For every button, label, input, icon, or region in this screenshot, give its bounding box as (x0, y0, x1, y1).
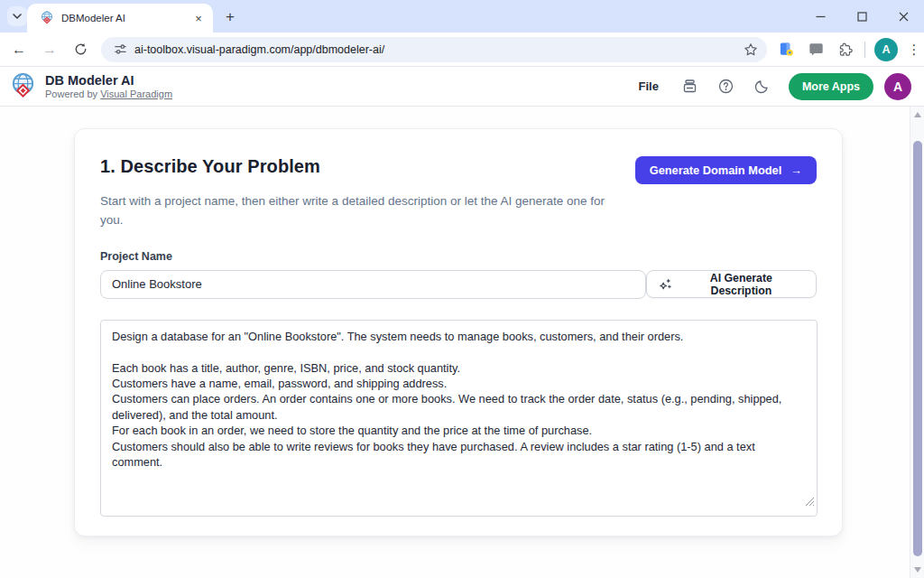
ai-generate-description-button[interactable]: AI Generate Description (646, 270, 817, 298)
page-scrollbar[interactable] (910, 107, 924, 578)
browser-tab[interactable]: DBModeler AI × (27, 4, 213, 33)
page-content: 1. Describe Your Problem Generate Domain… (0, 107, 924, 578)
side-panel-glyph (808, 42, 824, 57)
bookmark-star-icon[interactable] (744, 42, 758, 57)
app-header: DB Modeler AI Powered by Visual Paradigm… (0, 67, 924, 107)
card-header-row: 1. Describe Your Problem Generate Domain… (100, 156, 817, 184)
minimize-icon (816, 12, 826, 22)
section-title: 1. Describe Your Problem (100, 156, 320, 177)
close-window-button[interactable] (882, 0, 924, 33)
maximize-icon (857, 12, 867, 22)
project-name-row: AI Generate Description (100, 270, 817, 299)
tab-strip: DBModeler AI × + (0, 0, 924, 33)
new-tab-button[interactable]: + (220, 7, 240, 27)
forward-button: → (38, 38, 61, 61)
browser-menu-button[interactable]: ⋮ (905, 39, 923, 61)
close-icon (899, 12, 909, 22)
app-name: DB Modeler AI (45, 73, 172, 89)
app-title-block: DB Modeler AI Powered by Visual Paradigm (45, 73, 172, 99)
password-manager-glyph (779, 42, 794, 57)
url-text[interactable]: ai-toolbox.visual-paradigm.com/app/dbmod… (134, 43, 744, 56)
tab-close-button[interactable]: × (191, 11, 206, 25)
generate-domain-model-button[interactable]: Generate Domain Model → (635, 156, 817, 184)
side-panel-icon[interactable] (805, 39, 827, 61)
browser-toolbar: ← → ai-toolbox.visual-paradigm.com/app/d… (0, 33, 924, 67)
ai-generate-label: AI Generate Description (679, 272, 804, 297)
reload-button[interactable] (69, 38, 92, 61)
toolbar-divider (864, 42, 865, 58)
powered-by-prefix: Powered by (45, 89, 100, 99)
browser-window: DBModeler AI × + ← → (0, 0, 924, 578)
chevron-down-icon (12, 11, 23, 22)
app-user-avatar[interactable]: A (884, 73, 911, 100)
moon-icon (754, 79, 770, 94)
address-bar[interactable]: ai-toolbox.visual-paradigm.com/app/dbmod… (101, 37, 767, 62)
section-subtitle: Start with a project name, then either w… (100, 192, 628, 230)
scrollbar-thumb[interactable] (913, 141, 922, 556)
window-controls (799, 0, 924, 33)
help-button[interactable] (713, 73, 740, 100)
tab-search-button[interactable] (7, 6, 27, 26)
powered-by: Powered by Visual Paradigm (45, 89, 172, 100)
scroll-down-icon[interactable] (914, 567, 921, 573)
puzzle-piece-glyph (838, 42, 854, 57)
file-menu[interactable]: File (629, 74, 667, 98)
extensions-icon[interactable] (835, 39, 856, 61)
generate-button-label: Generate Domain Model (650, 163, 781, 177)
arrow-right-icon: → (790, 163, 802, 177)
describe-problem-card: 1. Describe Your Problem Generate Domain… (74, 128, 843, 536)
visual-paradigm-link[interactable]: Visual Paradigm (100, 89, 172, 99)
back-button[interactable]: ← (7, 38, 31, 61)
sparkles-icon (659, 277, 672, 291)
question-circle-icon (718, 79, 734, 94)
visual-paradigm-favicon (40, 11, 54, 25)
browser-profile-avatar[interactable]: A (874, 38, 898, 61)
project-name-input[interactable] (100, 270, 646, 299)
password-manager-icon[interactable] (775, 39, 797, 61)
maximize-button[interactable] (841, 0, 882, 33)
minimize-button[interactable] (799, 0, 841, 33)
dark-mode-toggle[interactable] (749, 73, 776, 100)
print-button[interactable] (677, 73, 704, 100)
description-textarea[interactable]: Design a database for an "Online Booksto… (100, 320, 818, 517)
visual-paradigm-logo (9, 72, 37, 100)
printer-icon (682, 79, 698, 94)
more-apps-button[interactable]: More Apps (789, 73, 873, 100)
header-actions: File More Apps (629, 73, 915, 100)
reload-icon (74, 42, 88, 56)
project-name-label: Project Name (100, 250, 817, 263)
tab-title: DBModeler AI (61, 13, 191, 23)
site-info-icon[interactable] (114, 42, 127, 56)
scroll-up-icon[interactable] (914, 112, 921, 117)
